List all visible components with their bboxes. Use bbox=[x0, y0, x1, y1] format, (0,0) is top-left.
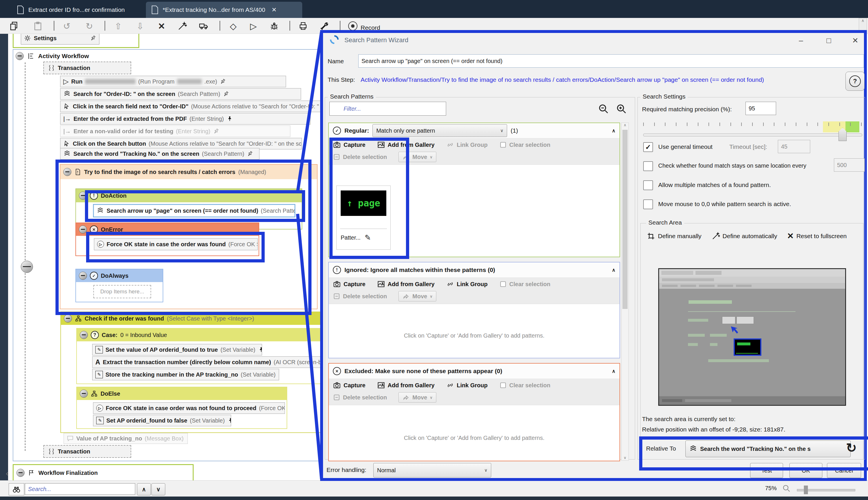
define-manually-button[interactable]: Define manually bbox=[647, 231, 702, 241]
cancel-button[interactable]: Cancel bbox=[827, 463, 861, 478]
workflow-finalization-block[interactable]: Workflow Finalization bbox=[13, 464, 194, 481]
tree-item-click-search[interactable]: Click on the Search button (Mouse Action… bbox=[60, 138, 302, 149]
search-prev-button[interactable]: ∧ bbox=[137, 483, 151, 496]
print-icon[interactable] bbox=[298, 21, 309, 32]
pin-icon[interactable] bbox=[278, 371, 279, 378]
move-button[interactable]: Move∨ bbox=[398, 152, 436, 162]
close-button[interactable]: ✕ bbox=[847, 34, 864, 47]
tab-close-icon[interactable]: ✕ bbox=[271, 7, 277, 13]
collapse-chevron-icon[interactable]: ∧ bbox=[612, 267, 615, 273]
collapse-icon[interactable] bbox=[79, 272, 87, 280]
search-next-button[interactable]: ∨ bbox=[151, 483, 165, 496]
multiple-matches-checkbox[interactable] bbox=[643, 180, 653, 190]
collapse-chevron-icon[interactable]: ∧ bbox=[612, 128, 615, 134]
transaction-node[interactable]: Transaction bbox=[43, 61, 131, 74]
link-group-button[interactable]: Link Group bbox=[446, 381, 488, 389]
clear-selection-button[interactable]: Clear selection bbox=[499, 141, 551, 149]
move-up-icon[interactable]: ⇧ bbox=[113, 21, 124, 32]
scroll-left-icon[interactable]: ‹ bbox=[6, 469, 8, 478]
run-icon[interactable]: ▷ bbox=[248, 21, 259, 32]
debug-icon[interactable] bbox=[269, 21, 280, 32]
test-button[interactable]: Test bbox=[750, 463, 783, 478]
relative-to-button[interactable]: Search the word "Tracking No." on the s bbox=[685, 441, 850, 457]
timeout-input[interactable] bbox=[778, 140, 810, 153]
edit-icon[interactable]: ✎ bbox=[364, 233, 371, 242]
tree-item-set-true[interactable]: ✎ Set the value of AP orderid_found to t… bbox=[92, 344, 262, 355]
capture-button[interactable]: Capture bbox=[333, 280, 366, 288]
precision-input[interactable] bbox=[745, 102, 776, 115]
collapse-icon[interactable] bbox=[16, 469, 25, 477]
tree-item-enter-nonvalid[interactable]: |→ Enter a non-valid order id for testin… bbox=[60, 125, 290, 137]
help-button[interactable]: ? bbox=[845, 72, 865, 91]
chevron-up-icon[interactable]: ∧ bbox=[622, 123, 628, 129]
tree-item-store[interactable]: ✎ Store the tracking number in the AP tr… bbox=[92, 369, 279, 380]
scrollbar-thumb[interactable] bbox=[622, 130, 628, 309]
managed-block-header[interactable]: Try to find the image of no search resul… bbox=[60, 165, 317, 179]
excluded-header[interactable]: ✕ Excluded: Make sure none of these patt… bbox=[329, 364, 620, 379]
regular-header[interactable]: ✓ Regular: Match only one pattern ∨ (1) … bbox=[329, 123, 620, 138]
move-button[interactable]: Move∨ bbox=[398, 291, 436, 302]
tree-item-search-tracking[interactable]: Search the word "Tracking No." on the sc… bbox=[60, 148, 259, 160]
doelse-header[interactable]: DoElse bbox=[77, 387, 287, 400]
canvas-scrollbar[interactable]: ∧ bbox=[859, 18, 867, 31]
move-down-icon[interactable]: ⇩ bbox=[135, 21, 146, 32]
pin-icon[interactable] bbox=[186, 435, 188, 442]
tree-item-enter-order[interactable]: |→ Enter the order id extracted from the… bbox=[60, 113, 311, 125]
link-group-button[interactable]: Link Group bbox=[446, 141, 488, 149]
pin-icon[interactable] bbox=[246, 149, 255, 158]
pattern-thumbnail[interactable]: ↑ page bbox=[341, 191, 386, 216]
tab-order-confirmation[interactable]: Extract order ID fro...er confirmation bbox=[12, 2, 140, 18]
tree-item-extract[interactable]: A Extract the transaction number (direct… bbox=[92, 356, 327, 368]
match-mode-dropdown[interactable]: Match only one pattern ∨ bbox=[372, 124, 507, 137]
redo-icon[interactable]: ↻ bbox=[84, 21, 95, 32]
capture-button[interactable]: Capture bbox=[333, 141, 366, 149]
collapse-icon[interactable] bbox=[80, 390, 88, 398]
this-step-link[interactable]: Activity Workflow/Transaction/Try to fin… bbox=[361, 76, 837, 83]
use-timeout-checkbox[interactable]: ✓ bbox=[643, 142, 653, 152]
zoom-in-icon[interactable] bbox=[615, 103, 628, 115]
tree-item-search-arrow-up[interactable]: Search arrow up "page" on screen (== ord… bbox=[93, 204, 295, 217]
onerror-header[interactable]: ✕ OnError bbox=[76, 223, 258, 236]
add-from-gallery-button[interactable]: Add from Gallery bbox=[377, 381, 435, 389]
filter-input[interactable] bbox=[329, 102, 446, 116]
tree-item-message-box[interactable]: Value of AP tracking_no (Message Box) bbox=[63, 433, 188, 444]
copy-icon[interactable] bbox=[9, 21, 20, 32]
tree-item-run[interactable]: ▷ Run (Run Program .exe) bbox=[60, 76, 286, 87]
ok-button[interactable]: OK bbox=[789, 463, 822, 478]
pin-icon[interactable] bbox=[227, 116, 233, 122]
wand-icon[interactable] bbox=[177, 21, 188, 32]
minimize-button[interactable]: – bbox=[793, 34, 809, 47]
collapse-icon[interactable] bbox=[80, 331, 88, 339]
same-location-input[interactable] bbox=[834, 158, 865, 172]
tree-item-search-orderid[interactable]: Search for "Order-ID: " on the screen (S… bbox=[60, 88, 301, 100]
pattern-card[interactable]: ↑ page Patter... ✎ bbox=[336, 185, 391, 250]
delete-icon[interactable]: ✕ bbox=[156, 21, 167, 32]
collapse-icon[interactable] bbox=[15, 52, 24, 60]
tree-item-force-ok2[interactable]: ▷ Force OK state in case order was not f… bbox=[93, 402, 285, 414]
clear-selection-button[interactable]: Clear selection bbox=[499, 280, 551, 288]
pin-icon[interactable] bbox=[212, 127, 221, 136]
find-button[interactable] bbox=[9, 483, 24, 496]
move-button[interactable]: Move∨ bbox=[398, 392, 436, 402]
tree-item-force-ok[interactable]: ▷ Force OK state in case the order was f… bbox=[94, 238, 258, 250]
precision-slider[interactable] bbox=[643, 121, 861, 139]
transaction-node[interactable]: Transaction bbox=[43, 445, 131, 458]
truck-icon[interactable] bbox=[198, 21, 209, 32]
delete-selection-button[interactable]: Delete selection bbox=[333, 293, 387, 300]
pin-icon[interactable] bbox=[258, 346, 262, 353]
tree-item-set-false[interactable]: ✎ Set AP orderid_found to false (Set Var… bbox=[93, 415, 231, 426]
pin-icon[interactable] bbox=[228, 417, 231, 424]
tab-extract-tracking[interactable]: *Extract tracking No...der from AS/400 ✕ bbox=[146, 2, 302, 18]
link-group-button[interactable]: Link Group bbox=[446, 280, 488, 288]
chevron-down-icon[interactable]: ∨ bbox=[622, 455, 628, 460]
breakpoint-icon[interactable]: ◇ bbox=[228, 21, 239, 32]
doaction-header[interactable]: ! DoAction bbox=[76, 189, 302, 202]
pin-icon[interactable] bbox=[222, 90, 231, 99]
define-automatically-button[interactable]: Define automatically bbox=[711, 231, 777, 241]
reset-fullscreen-button[interactable]: ✕ Reset to fullscreen bbox=[787, 231, 847, 241]
paste-icon[interactable] bbox=[32, 21, 43, 32]
clear-selection-button[interactable]: Clear selection bbox=[499, 382, 551, 389]
zoom-slider-handle[interactable] bbox=[804, 486, 808, 494]
zoom-out-icon[interactable] bbox=[598, 103, 610, 115]
name-input[interactable] bbox=[358, 54, 864, 68]
